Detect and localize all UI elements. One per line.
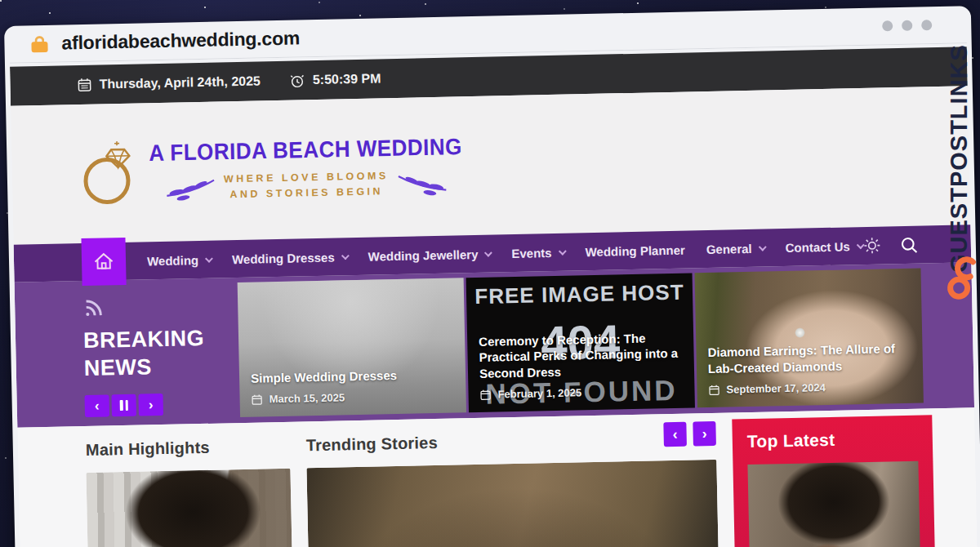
chevron-down-icon <box>205 254 213 262</box>
news-card-title: Ceremony to Reception: The Practical Per… <box>479 329 683 381</box>
site-tagline: WHERE LOVE BLOOMS AND STORIES BEGIN <box>224 168 390 202</box>
window-controls[interactable] <box>882 20 932 31</box>
current-date: Thursday, April 24th, 2025 <box>99 73 261 91</box>
trending-prev-button[interactable]: ‹ <box>663 422 687 447</box>
news-card-diamond-earrings[interactable]: Diamond Earrings: The Allure of Lab-Crea… <box>695 269 924 408</box>
nav-item-events[interactable]: Events <box>511 245 564 260</box>
light-mode-sun-icon[interactable] <box>862 236 882 256</box>
site-logo[interactable]: A FLORIDA BEACH WEDDING <box>78 131 463 209</box>
night-sky-stars <box>0 0 2 2</box>
top-latest-heading: Top Latest <box>747 429 918 451</box>
address-bar[interactable]: afloridabeachwedding.com <box>61 27 300 54</box>
laurel-branch-left-icon <box>165 174 216 202</box>
calendar-icon <box>77 78 91 92</box>
chevron-down-icon <box>759 242 767 251</box>
breaking-news-title: BREAKINGNEWS <box>83 324 239 382</box>
chevron-down-icon <box>341 251 350 260</box>
news-card-date: September 17, 2024 <box>726 381 826 396</box>
nav-item-wedding[interactable]: Wedding <box>147 252 211 268</box>
nav-item-wedding-dresses[interactable]: Wedding Dresses <box>232 250 347 266</box>
pause-icon <box>120 400 128 411</box>
breaking-news-label: BREAKINGNEWS ‹ › <box>15 282 240 422</box>
search-icon[interactable] <box>900 235 919 254</box>
trending-next-button[interactable]: › <box>693 421 716 447</box>
main-highlights-heading: Main Highlights <box>86 437 290 460</box>
nav-item-wedding-planner[interactable]: Wedding Planner <box>585 242 685 259</box>
chain-link-icon <box>943 254 980 302</box>
window-dot-icon[interactable] <box>921 20 932 30</box>
news-card-date: February 1, 2025 <box>497 386 581 400</box>
current-time: 5:50:39 PM <box>313 71 381 87</box>
window-dot-icon[interactable] <box>902 20 912 31</box>
main-highlights-section: Main Highlights <box>85 429 294 547</box>
window-dot-icon[interactable] <box>882 20 893 31</box>
breaking-news-band: BREAKINGNEWS ‹ › Simple Wedding Dresses <box>15 262 974 428</box>
carousel-next-button[interactable]: › <box>138 394 163 416</box>
trending-stories-section: Trending Stories ‹ › <box>305 420 719 547</box>
nav-item-general[interactable]: General <box>706 241 764 256</box>
chevron-down-icon <box>484 248 492 256</box>
site-page: Thursday, April 24th, 2025 5:50:39 PM <box>10 43 979 547</box>
chevron-down-icon <box>559 247 567 255</box>
calendar-icon <box>479 389 491 400</box>
browser-window: afloridabeachwedding.com Thursday, April… <box>4 6 980 547</box>
clock-icon <box>290 73 305 88</box>
nav-item-wedding-jewellery[interactable]: Wedding Jewellery <box>368 247 490 263</box>
news-card-date: March 15, 2025 <box>269 391 345 405</box>
main-highlights-image[interactable] <box>86 469 293 547</box>
main-content: Main Highlights Trending Stories ‹ › Top… <box>17 407 978 547</box>
site-header: A FLORIDA BEACH WEDDING <box>11 86 970 245</box>
trending-story-image[interactable] <box>306 460 719 547</box>
home-button[interactable] <box>81 238 126 286</box>
laurel-branch-right-icon <box>397 169 448 198</box>
news-card-second-dress[interactable]: FREE IMAGE HOST 404 NOT FOUND Ceremony t… <box>466 273 695 412</box>
rss-icon <box>82 294 238 319</box>
nav-item-contact-us[interactable]: Contact Us <box>785 239 862 255</box>
calendar-icon <box>251 394 262 405</box>
carousel-prev-button[interactable]: ‹ <box>84 395 109 418</box>
carousel-pause-button[interactable] <box>111 394 136 417</box>
news-card-simple-wedding-dresses[interactable]: Simple Wedding Dresses March 15, 2025 <box>238 278 466 417</box>
guestpostlinks-watermark: GUESTPOSTLINKS <box>938 38 980 279</box>
top-latest-image[interactable] <box>747 461 920 547</box>
breaking-news-cards: Simple Wedding Dresses March 15, 2025 FR… <box>238 269 924 417</box>
top-latest-panel: Top Latest <box>732 415 937 547</box>
placeholder-image-text: FREE IMAGE HOST <box>466 279 693 309</box>
news-card-title: Diamond Earrings: The Allure of Lab-Crea… <box>707 340 911 376</box>
trending-stories-heading: Trending Stories <box>306 434 438 455</box>
lock-icon <box>30 35 48 51</box>
wedding-ring-icon <box>78 138 142 210</box>
site-title: A FLORIDA BEACH WEDDING <box>149 133 462 167</box>
calendar-icon <box>708 384 719 395</box>
home-icon <box>92 250 116 274</box>
news-card-title: Simple Wedding Dresses <box>251 366 454 386</box>
